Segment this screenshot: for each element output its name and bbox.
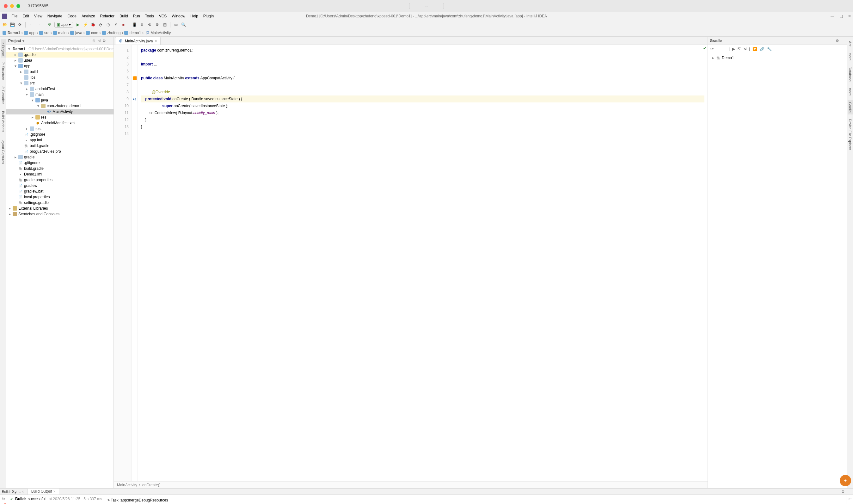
titlebar-dropdown[interactable]: ⌄ bbox=[409, 3, 444, 9]
collapse-icon[interactable]: ⇲ bbox=[97, 39, 101, 43]
tree-gradle-dir[interactable]: ▸.gradle bbox=[6, 52, 113, 57]
filter-icon[interactable]: 🔽 bbox=[752, 47, 757, 51]
tree-root[interactable]: ▾Demo1C:\Users\Admin\Desktop\zhufeng\xpo… bbox=[6, 46, 113, 52]
tree-buildgradle[interactable]: 🐘build.gradle bbox=[6, 143, 113, 149]
tree-test[interactable]: ▸test bbox=[6, 126, 113, 131]
menu-build[interactable]: Build bbox=[117, 13, 130, 19]
crumb-demo1[interactable]: Demo1 bbox=[2, 31, 20, 35]
tree-idea[interactable]: ▸.idea bbox=[6, 57, 113, 63]
tree-buildgradle2[interactable]: 🐘build.gradle bbox=[6, 166, 113, 172]
build-tab-output[interactable]: Build Output× bbox=[28, 488, 59, 494]
tree-appiml[interactable]: ▪app.iml bbox=[6, 137, 113, 143]
save-icon[interactable]: 💾 bbox=[10, 22, 15, 28]
tree-main[interactable]: ▾main bbox=[6, 92, 113, 97]
target-icon[interactable]: ⊕ bbox=[92, 39, 95, 43]
sync-icon[interactable]: ⟲ bbox=[147, 22, 152, 28]
build-output-pane[interactable]: > Task :app:mergeDebugResources > Task :… bbox=[104, 495, 846, 504]
tab-mate1[interactable]: mate bbox=[848, 51, 853, 62]
tree-gitignore[interactable]: 📄.gitignore bbox=[6, 131, 113, 137]
tree-proguard[interactable]: 📄proguard-rules.pro bbox=[6, 149, 113, 154]
attach-icon[interactable]: ⎘ bbox=[113, 22, 119, 28]
reload-icon[interactable]: ⟳ bbox=[710, 47, 713, 51]
crumb-java[interactable]: java bbox=[70, 31, 82, 35]
crumb-app[interactable]: app bbox=[24, 31, 35, 35]
refresh-icon[interactable]: ⟳ bbox=[17, 22, 23, 28]
crumb-com[interactable]: com bbox=[86, 31, 98, 35]
tab-project[interactable]: 1: Project bbox=[1, 39, 6, 57]
ide-minimize-icon[interactable]: — bbox=[831, 14, 834, 18]
hide-icon[interactable]: — bbox=[108, 39, 112, 43]
tree-app[interactable]: ▾app bbox=[6, 63, 113, 69]
tab-gradle[interactable]: Gradle bbox=[848, 100, 853, 114]
run-config-selector[interactable]: ▣ app ▾ bbox=[54, 22, 73, 28]
coverage-icon[interactable]: ◔ bbox=[98, 22, 103, 28]
structure-icon[interactable]: ▤ bbox=[162, 22, 167, 28]
tree-ext-libraries[interactable]: ▸External Libraries bbox=[6, 205, 113, 211]
gear-icon[interactable]: ⚙ bbox=[836, 39, 839, 43]
hide-icon[interactable]: — bbox=[841, 39, 845, 43]
editor-tab-mainactivity[interactable]: Ⓒ MainActivity.java × bbox=[115, 37, 161, 44]
menu-file[interactable]: File bbox=[10, 13, 19, 19]
zoom-window-button[interactable] bbox=[16, 4, 20, 8]
close-icon[interactable]: × bbox=[155, 39, 157, 43]
tree-java[interactable]: ▾java bbox=[6, 97, 113, 103]
menu-plugin[interactable]: Plugin bbox=[201, 13, 216, 19]
back-icon[interactable]: ← bbox=[28, 22, 34, 28]
plus-icon[interactable]: ＋ bbox=[716, 46, 720, 52]
settings-icon[interactable]: ⚙ bbox=[154, 22, 160, 28]
tree-gradlefolder[interactable]: ▸gradle bbox=[6, 154, 113, 160]
menu-view[interactable]: View bbox=[32, 13, 44, 19]
menu-edit[interactable]: Edit bbox=[21, 13, 31, 19]
tree-gitignore2[interactable]: 📄.gitignore bbox=[6, 160, 113, 166]
menu-run[interactable]: Run bbox=[131, 13, 142, 19]
gradle-root[interactable]: ▸🐘Demo1 bbox=[710, 55, 845, 61]
tab-ant[interactable]: Ant bbox=[848, 39, 853, 48]
open-icon[interactable]: 📂 bbox=[2, 22, 7, 28]
ed-crumb-method[interactable]: onCreate() bbox=[142, 483, 160, 487]
menu-analyze[interactable]: Analyze bbox=[80, 13, 97, 19]
tree-manifest[interactable]: ⬢AndroidManifest.xml bbox=[6, 120, 113, 126]
tab-favorites[interactable]: 2: Favorites bbox=[1, 85, 6, 106]
tree-src[interactable]: ▾src bbox=[6, 80, 113, 86]
tree-build[interactable]: ▸build bbox=[6, 69, 113, 75]
wrench-icon[interactable]: 🔧 bbox=[767, 47, 772, 51]
execute-icon[interactable]: ▶ bbox=[732, 47, 735, 51]
forward-icon[interactable]: → bbox=[36, 22, 41, 28]
tree-libs[interactable]: libs bbox=[6, 75, 113, 80]
tab-structure[interactable]: 7: Structure bbox=[1, 60, 6, 82]
build-result-line[interactable]: ✔ Build: successful at 2020/5/26 11:25 5… bbox=[10, 497, 102, 501]
tab-device-explorer[interactable]: Device File Explorer bbox=[848, 117, 853, 152]
tab-database[interactable]: Database bbox=[848, 65, 853, 84]
expand-icon[interactable]: ⇱ bbox=[738, 47, 741, 51]
menu-code[interactable]: Code bbox=[66, 13, 78, 19]
tree-scratches[interactable]: ▸Scratches and Consoles bbox=[6, 211, 113, 217]
ed-crumb-class[interactable]: MainActivity bbox=[117, 483, 137, 487]
menu-refactor[interactable]: Refactor bbox=[98, 13, 116, 19]
close-window-button[interactable] bbox=[4, 4, 7, 8]
related-xml-icon[interactable]: 🟧 bbox=[131, 75, 138, 82]
gradle-tree[interactable]: ▸🐘Demo1 bbox=[708, 53, 847, 488]
ide-close-icon[interactable]: ✕ bbox=[848, 14, 851, 18]
soft-wrap-icon[interactable]: ↩ bbox=[848, 497, 851, 501]
tree-androidtest[interactable]: ▸androidTest bbox=[6, 86, 113, 92]
tree-demoiml[interactable]: ▪Demo1.iml bbox=[6, 172, 113, 177]
editor-body[interactable]: ✔ 123567891011121314 🟧 ●↑ package com.zh… bbox=[114, 45, 708, 481]
tree-mainactivity[interactable]: ⒸMainActivity bbox=[6, 109, 113, 114]
minus-icon[interactable]: － bbox=[722, 46, 726, 52]
tree-res[interactable]: ▸res bbox=[6, 114, 113, 120]
tab-mate2[interactable]: mate bbox=[848, 86, 853, 97]
menu-tools[interactable]: Tools bbox=[143, 13, 156, 19]
tree-gradlew[interactable]: 📄gradlew bbox=[6, 183, 113, 188]
code-area[interactable]: package com.zhufeng.demo1; import ... pu… bbox=[138, 45, 708, 481]
gear-icon[interactable]: ⚙ bbox=[841, 489, 845, 494]
collapse-all-icon[interactable]: ⇲ bbox=[743, 47, 746, 51]
tab-layout-captures[interactable]: Layout Captures bbox=[1, 137, 6, 166]
sdk-icon[interactable]: ⬇ bbox=[139, 22, 145, 28]
crumb-mainactivity[interactable]: ⒸMainActivity bbox=[145, 31, 171, 35]
apply-changes-icon[interactable]: ⚡ bbox=[83, 22, 88, 28]
hide-icon[interactable]: — bbox=[847, 489, 851, 494]
build-icon[interactable]: ⟱ bbox=[47, 22, 53, 28]
crumb-src[interactable]: src bbox=[39, 31, 49, 35]
link-icon[interactable]: 🔗 bbox=[760, 47, 764, 51]
tree-settingsgradle[interactable]: 🐘settings.gradle bbox=[6, 200, 113, 205]
